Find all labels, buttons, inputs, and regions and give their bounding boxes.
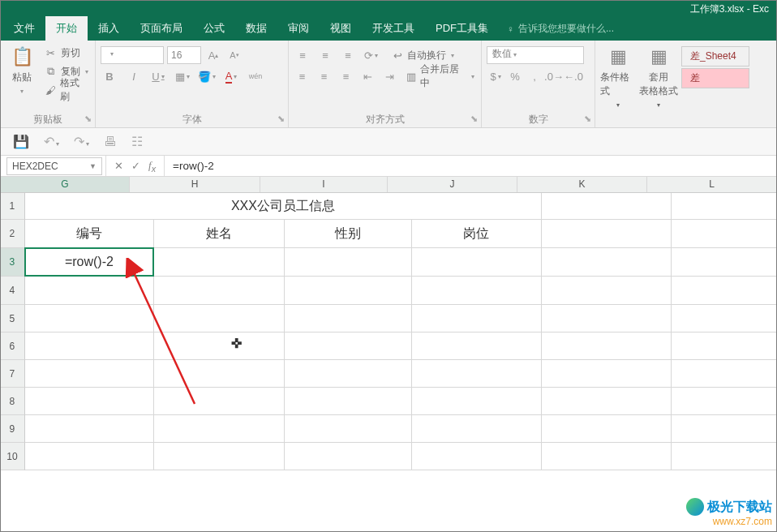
indent-decrease-button[interactable]: ⇤ [359,67,376,85]
row-header-7[interactable]: 7 [0,360,25,388]
cell[interactable] [285,332,412,360]
tab-data[interactable]: 数据 [235,16,277,41]
cell[interactable] [672,360,777,388]
font-launcher-icon[interactable]: ⬊ [277,114,285,124]
cell[interactable] [285,388,412,415]
cell[interactable] [25,443,154,470]
cell[interactable] [285,443,412,470]
cell[interactable] [542,193,672,220]
cell[interactable] [412,415,542,443]
cell[interactable] [542,305,672,332]
cell[interactable] [154,277,285,305]
orientation-button[interactable]: ⟳ [362,46,380,64]
column-header-L[interactable]: L [647,177,777,192]
header-cell[interactable]: 岗位 [412,220,542,248]
cell[interactable] [672,248,777,277]
tab-file[interactable]: 文件 [3,16,45,41]
font-size-select[interactable] [167,46,201,64]
cut-button[interactable]: ✂剪切 [43,45,90,61]
cell[interactable] [412,443,542,470]
cell[interactable] [25,332,154,360]
cancel-formula-button[interactable]: ✕ [114,160,123,172]
comma-format-button[interactable]: , [526,67,543,85]
cell[interactable] [154,388,285,415]
header-cell[interactable]: 姓名 [154,220,285,248]
row-header-10[interactable]: 10 [0,443,25,470]
cell[interactable] [412,248,542,277]
undo-button[interactable]: ↶ [44,134,59,149]
cell[interactable] [412,360,542,388]
row-header-6[interactable]: 6 [0,332,25,360]
column-header-H[interactable]: H [130,177,260,192]
font-color-button[interactable]: A [222,67,240,85]
border-button[interactable]: ▦ [174,67,191,85]
cell[interactable] [285,360,412,388]
header-cell[interactable]: 性别 [285,220,412,248]
cell-style-bad-sheet4[interactable]: 差_Sheet4 [681,46,749,66]
formula-input[interactable] [165,156,777,176]
title-cell[interactable]: XXX公司员工信息 [25,193,542,220]
cell[interactable] [154,360,285,388]
align-top-button[interactable]: ≡ [294,46,311,64]
tab-page-layout[interactable]: 页面布局 [130,16,193,41]
row-header-2[interactable]: 2 [0,220,25,248]
cell[interactable] [412,277,542,305]
cell[interactable] [542,332,672,360]
cell-style-bad[interactable]: 差 [681,68,749,88]
cell[interactable] [25,305,154,332]
active-cell[interactable]: =row()-2 [24,247,154,277]
format-painter-button[interactable]: 🖌格式刷 [43,82,90,98]
accounting-format-button[interactable]: $ [487,67,504,85]
tab-developer[interactable]: 开发工具 [362,16,425,41]
decrease-font-button[interactable]: A▾ [225,46,243,64]
quick-misc-icon[interactable]: ☷ [131,134,143,149]
row-header-9[interactable]: 9 [0,415,25,443]
alignment-launcher-icon[interactable]: ⬊ [470,114,478,124]
align-bottom-button[interactable]: ≡ [339,46,357,64]
column-header-I[interactable]: I [260,177,388,192]
align-right-button[interactable]: ≡ [337,67,354,85]
row-header-8[interactable]: 8 [0,388,25,415]
cell[interactable] [285,248,412,277]
number-format-select[interactable]: 数值 [487,46,584,64]
cell[interactable] [154,443,285,470]
cell[interactable] [285,305,412,332]
tab-formulas[interactable]: 公式 [193,16,235,41]
align-middle-button[interactable]: ≡ [316,46,334,64]
column-header-K[interactable]: K [517,177,647,192]
cell[interactable] [672,193,777,220]
conditional-format-button[interactable]: ▦条件格式▾ [600,43,636,109]
cell[interactable] [672,388,777,415]
chevron-down-icon[interactable]: ▼ [89,162,97,170]
cell[interactable] [25,388,154,415]
wrap-text-button[interactable]: ↩自动换行 [389,47,456,63]
font-family-select[interactable] [101,46,164,64]
cell[interactable] [672,443,777,470]
name-box[interactable]: HEX2DEC ▼ [6,157,102,175]
confirm-formula-button[interactable]: ✓ [131,160,140,172]
italic-button[interactable]: I [125,67,143,85]
cell[interactable] [672,415,777,443]
tab-pdf-tools[interactable]: PDF工具集 [425,16,499,41]
cell[interactable] [412,332,542,360]
cell[interactable] [672,305,777,332]
cell[interactable] [542,443,672,470]
cell[interactable] [154,415,285,443]
redo-button[interactable]: ↷ [74,134,89,149]
column-header-J[interactable]: J [388,177,517,192]
cell[interactable] [672,332,777,360]
cell[interactable] [542,415,672,443]
cell[interactable] [412,305,542,332]
cell[interactable] [25,415,154,443]
column-header-G[interactable]: G [1,177,130,192]
tell-me-search[interactable]: ♀ 告诉我您想要做什么... [499,17,622,41]
cell[interactable] [672,220,777,248]
decrease-decimal-button[interactable]: ←.0 [565,67,582,85]
number-launcher-icon[interactable]: ⬊ [584,114,591,124]
row-header-4[interactable]: 4 [0,277,25,305]
phonetic-button[interactable]: wén [247,67,264,85]
cell[interactable] [672,277,777,305]
clipboard-launcher-icon[interactable]: ⬊ [84,114,92,124]
fx-button[interactable]: fx [148,159,156,174]
row-header-5[interactable]: 5 [0,305,25,332]
